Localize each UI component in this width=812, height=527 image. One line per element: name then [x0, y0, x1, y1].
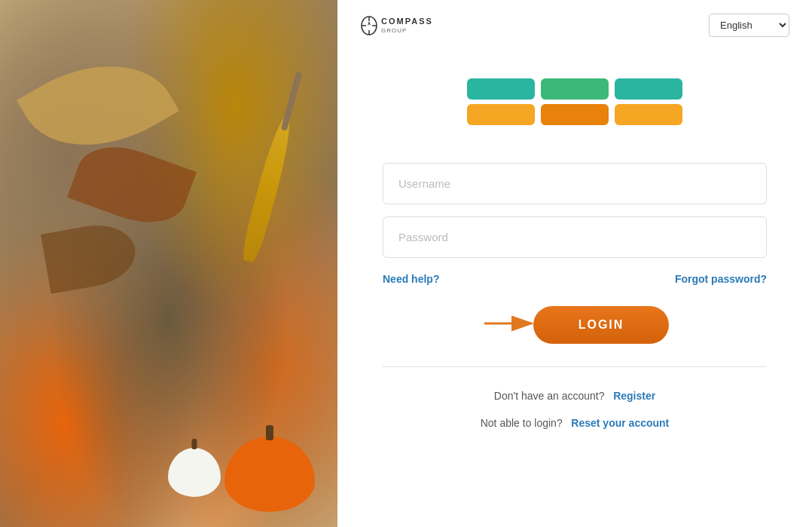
need-help-link[interactable]: Need help? [383, 273, 439, 285]
bottom-links: Don't have an account? Register Not able… [383, 390, 767, 429]
form-links: Need help? Forgot password? [383, 273, 767, 285]
ess-logo [467, 78, 682, 125]
password-input[interactable] [383, 216, 767, 258]
login-form: Need help? Forgot password? LOGIN [383, 163, 767, 429]
arrow-container [481, 308, 541, 342]
ess-block-4 [467, 104, 535, 125]
ess-block-5 [541, 104, 609, 125]
register-link[interactable]: Register [613, 390, 655, 402]
right-panel: COMPASS GROUP English Spanish French [337, 0, 812, 527]
svg-marker-5 [368, 21, 371, 26]
language-selector[interactable]: English Spanish French [709, 14, 789, 37]
ess-block-6 [615, 104, 682, 125]
ess-row-bottom [467, 104, 682, 125]
register-prompt: Don't have an account? [494, 390, 605, 402]
username-input[interactable] [383, 163, 767, 204]
register-text-block: Don't have an account? Register [494, 390, 655, 402]
form-divider [383, 366, 767, 367]
ess-row-top [467, 78, 682, 100]
logo-title: COMPASS [381, 17, 433, 26]
arrow-icon [481, 308, 541, 339]
logo-subtitle: GROUP [381, 27, 433, 34]
reset-prompt: Not able to login? [481, 417, 563, 429]
reset-text-block: Not able to login? Reset your account [481, 417, 670, 429]
forgot-password-link[interactable]: Forgot password? [675, 273, 767, 285]
reset-account-link[interactable]: Reset your account [571, 417, 669, 429]
login-button[interactable]: LOGIN [533, 306, 670, 344]
login-area: LOGIN [383, 306, 767, 344]
logo-area: COMPASS GROUP [360, 15, 433, 36]
logo-text-block: COMPASS GROUP [381, 17, 433, 33]
ess-block-1 [467, 78, 535, 100]
compass-icon [360, 15, 378, 36]
header: COMPASS GROUP English Spanish French [337, 0, 812, 48]
ess-block-2 [541, 78, 609, 100]
main-content: Need help? Forgot password? LOGIN [337, 48, 812, 527]
ess-block-3 [615, 78, 682, 100]
left-panel-image [0, 0, 337, 527]
